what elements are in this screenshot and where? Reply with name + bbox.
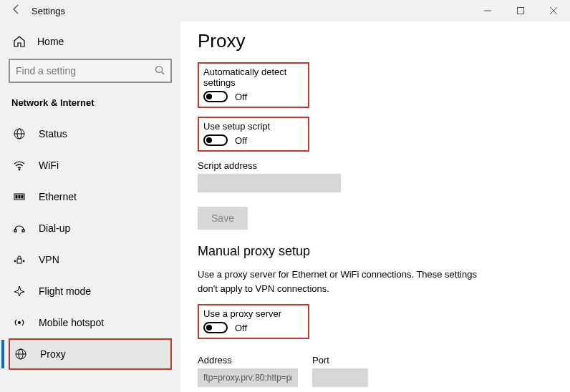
page-title: Proxy xyxy=(198,30,550,52)
titlebar: Settings xyxy=(0,0,570,21)
search-input-wrapper[interactable] xyxy=(9,59,172,83)
script-address-label: Script address xyxy=(198,160,550,171)
window-title: Settings xyxy=(32,6,65,16)
use-proxy-label: Use a proxy server xyxy=(203,308,302,319)
svg-point-17 xyxy=(14,260,16,262)
hotspot-icon xyxy=(13,316,26,329)
use-proxy-group: Use a proxy server Off xyxy=(198,304,309,339)
sidebar-home-label: Home xyxy=(37,36,64,47)
sidebar-item-label: Proxy xyxy=(40,348,66,360)
auto-detect-label: Automatically detect settings xyxy=(203,67,302,88)
content-area: Proxy Automatically detect settings Off … xyxy=(180,21,570,392)
sidebar-home[interactable]: Home xyxy=(9,29,172,54)
minimize-button[interactable] xyxy=(471,0,504,21)
airplane-icon xyxy=(13,285,26,298)
sidebar-item-label: Status xyxy=(39,128,67,139)
svg-rect-1 xyxy=(518,8,524,14)
sidebar-item-label: Flight mode xyxy=(39,285,91,297)
address-label: Address xyxy=(198,355,298,366)
back-button[interactable] xyxy=(6,4,27,18)
auto-detect-state: Off xyxy=(235,92,247,102)
sidebar-item-mobilehotspot[interactable]: Mobile hotspot xyxy=(9,307,172,338)
manual-description: Use a proxy server for Ethernet or WiFi … xyxy=(198,268,498,295)
svg-rect-16 xyxy=(17,259,21,263)
maximize-button[interactable] xyxy=(504,0,537,21)
globe-icon xyxy=(13,127,26,140)
sidebar-item-label: VPN xyxy=(39,254,59,265)
ethernet-icon xyxy=(13,190,26,203)
save-button[interactable]: Save xyxy=(198,207,248,230)
search-icon xyxy=(155,65,165,77)
home-icon xyxy=(13,35,26,48)
search-input[interactable] xyxy=(16,65,155,77)
svg-point-9 xyxy=(19,169,20,170)
svg-point-4 xyxy=(156,66,163,72)
auto-detect-group: Automatically detect settings Off xyxy=(198,62,309,108)
vpn-icon xyxy=(13,253,26,266)
setup-script-state: Off xyxy=(235,135,247,146)
svg-point-18 xyxy=(23,260,24,262)
address-input[interactable] xyxy=(198,368,298,387)
use-proxy-toggle[interactable] xyxy=(203,322,228,333)
close-button[interactable] xyxy=(537,0,570,21)
manual-heading: Manual proxy setup xyxy=(198,244,550,259)
dialup-icon xyxy=(13,222,26,235)
sidebar-item-label: Ethernet xyxy=(39,191,77,202)
auto-detect-toggle[interactable] xyxy=(203,91,228,102)
port-label: Port xyxy=(312,355,368,366)
svg-rect-15 xyxy=(22,230,24,232)
sidebar: Home Network & Internet Status WiFi xyxy=(0,21,180,392)
use-proxy-state: Off xyxy=(235,323,247,333)
svg-rect-14 xyxy=(14,230,16,232)
sidebar-section-header: Network & Internet xyxy=(11,97,172,108)
wifi-icon xyxy=(13,159,26,172)
sidebar-item-proxy[interactable]: Proxy xyxy=(9,338,172,370)
port-input[interactable] xyxy=(312,368,368,387)
globe-icon xyxy=(14,348,27,361)
sidebar-item-label: Dial-up xyxy=(39,222,70,234)
setup-script-toggle[interactable] xyxy=(203,134,228,146)
script-address-input[interactable] xyxy=(198,174,341,192)
setup-script-label: Use setup script xyxy=(203,121,302,132)
setup-script-group: Use setup script Off xyxy=(198,117,309,152)
svg-rect-13 xyxy=(21,195,23,198)
sidebar-item-wifi[interactable]: WiFi xyxy=(9,150,172,181)
sidebar-item-ethernet[interactable]: Ethernet xyxy=(9,181,172,212)
svg-rect-11 xyxy=(16,195,17,198)
sidebar-item-label: WiFi xyxy=(39,160,59,171)
svg-rect-12 xyxy=(19,195,20,198)
sidebar-item-dialup[interactable]: Dial-up xyxy=(9,212,172,244)
sidebar-item-flightmode[interactable]: Flight mode xyxy=(9,275,172,307)
sidebar-item-status[interactable]: Status xyxy=(9,118,172,150)
sidebar-item-label: Mobile hotspot xyxy=(39,317,104,328)
sidebar-item-vpn[interactable]: VPN xyxy=(9,244,172,275)
svg-line-5 xyxy=(162,72,165,74)
svg-point-19 xyxy=(19,322,21,324)
